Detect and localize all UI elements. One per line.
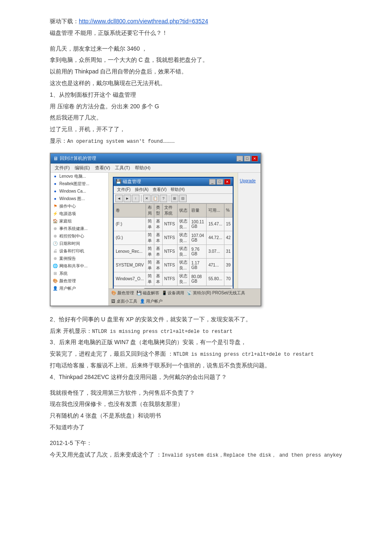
sidebar-item-cases[interactable]: ⊕ 案例报告 bbox=[51, 255, 108, 262]
inner-window-title: 💾 磁盘管理 bbox=[116, 178, 141, 185]
sidebar-item-network[interactable]: 🌐 网络和共享中... bbox=[51, 262, 108, 270]
toolbar-back-btn[interactable]: ◄ bbox=[115, 195, 123, 202]
disk-mgmt-inner-window: 💾 磁盘管理 _ □ ✕ 文件 bbox=[113, 177, 234, 289]
device-call-icon: 📱 bbox=[162, 291, 167, 295]
outer-menu-file[interactable]: 文件(F) bbox=[52, 164, 72, 171]
outer-window-title: 🖥 回到计算机的管理 bbox=[53, 155, 96, 161]
sidebar-item-color[interactable]: 🎨 颜色管理 bbox=[51, 277, 108, 285]
sidebar-item-homegroup[interactable]: 🏠 家庭组 bbox=[51, 218, 108, 225]
intro-line2: 拿到电脑，众所周知，一个大大的 C 盘，我就想着把盘分了。 bbox=[50, 55, 348, 65]
gadgets-icon: 🖼 bbox=[111, 299, 115, 303]
inner-win-controls[interactable]: _ □ ✕ bbox=[209, 179, 231, 185]
section4-intro: 今天又用光盘试了几次，后来变成这个了 ： bbox=[50, 451, 162, 458]
sidebar-item-datetime-label: 日期和时间 bbox=[59, 241, 80, 247]
sidebar-item-realtek[interactable]: ● Realtek图层管... bbox=[51, 180, 108, 188]
outer-menu-ops[interactable]: 查看(V) bbox=[93, 164, 113, 171]
toolbar-fwd-btn[interactable]: ► bbox=[124, 195, 131, 202]
sidebar-item-devices-label: 设备和打印机 bbox=[59, 248, 84, 254]
events-icon: ⊕ bbox=[52, 226, 58, 232]
sidebar-item-user[interactable]: 👤 用户帐户 bbox=[51, 285, 108, 292]
main-content-area: 💾 磁盘管理 _ □ ✕ 文件 bbox=[109, 173, 261, 289]
toolbar-collapse-btn[interactable]: ⊟ bbox=[179, 195, 187, 202]
sidebar-item-system[interactable]: ⊞ 系统 bbox=[51, 270, 108, 277]
disk-table-cell: Windows7_O... bbox=[114, 272, 146, 286]
sidebar-item-wind[interactable]: ● Windows 图... bbox=[51, 195, 108, 203]
bottom-desktop-gadgets[interactable]: 🖼 桌面小工具 bbox=[111, 298, 137, 304]
intro-error-msg: An operating system wasn't found………… bbox=[67, 139, 175, 144]
disk-table-cell: 42 bbox=[224, 231, 232, 244]
driver-download-line: 驱动下载：http://www.dcll800.com/viewthread.p… bbox=[50, 17, 348, 27]
sidebar-item-control[interactable]: ⊕ 程控控制中心 bbox=[51, 232, 108, 240]
color-mgmt-label: 颜色管理 bbox=[117, 291, 134, 295]
col-status: 状态 bbox=[178, 203, 190, 217]
bottom-user-accounts[interactable]: 👤 用户帐户 bbox=[140, 298, 163, 304]
gadgets-label: 桌面小工具 bbox=[117, 299, 137, 303]
disk-partition-table: 卷 布局 类型 文件系统 状态 容量 可用... % bbox=[114, 203, 233, 286]
disk-table-cell: NTFS bbox=[162, 244, 177, 258]
disk-table-cell: 状态良... bbox=[178, 272, 190, 286]
bottom-intel-proset[interactable]: 📡 英特尔(R) PROSet/无线工具 bbox=[187, 290, 245, 296]
inner-menu-file[interactable]: 文件(F) bbox=[115, 186, 133, 193]
inner-restore-btn[interactable]: □ bbox=[217, 179, 223, 185]
inner-menu-help[interactable]: 帮助(H) bbox=[168, 186, 187, 193]
inner-close-btn[interactable]: ✕ bbox=[224, 179, 231, 185]
section3-line2: 现在我也没用保修卡，也没有发票（在我朋友那里） bbox=[50, 399, 348, 409]
sidebar-item-devices[interactable]: 🖨 设备和打印机 bbox=[51, 247, 108, 255]
toolbar-up-btn[interactable]: ↑ bbox=[132, 195, 139, 202]
disk-table-row[interactable]: (F:)简单基本NTFS状态良...100.11 GB15.47...15 bbox=[114, 217, 233, 231]
outer-menu-view[interactable]: 编辑(E) bbox=[72, 164, 93, 171]
inner-menu-action[interactable]: 操作(A) bbox=[133, 186, 151, 193]
minimize-button[interactable]: _ bbox=[236, 156, 243, 161]
section2-line4-prefix: 安装完了，进程走完了，最后又回到这个界面 ： bbox=[50, 350, 173, 357]
intro-line1: 前几天，朋友拿过来一个戴尔 3460 ， bbox=[50, 44, 348, 54]
section2-line2: 后来 开机显示：NTLDR is missing press ctrl+alt+… bbox=[50, 326, 348, 336]
disk-table-cell: 471... bbox=[207, 258, 224, 272]
toolbar-properties-btn[interactable]: 📋 bbox=[151, 195, 159, 202]
col-fs: 文件系统 bbox=[162, 203, 177, 217]
disk-table-cell: 9.76 GB bbox=[190, 244, 207, 258]
inner-menu-view[interactable]: 查看(V) bbox=[151, 186, 168, 193]
outer-win-controls[interactable]: _ □ ✕ bbox=[236, 156, 258, 161]
toolbar-expand-btn[interactable]: ⊞ bbox=[171, 195, 178, 202]
sidebar-item-power[interactable]: ⚡ 电源选项 bbox=[51, 210, 108, 218]
disk-table-cell: 55.80... bbox=[207, 272, 224, 286]
sidebar-item-winc[interactable]: ● Windows Ca... bbox=[51, 188, 108, 195]
sidebar-item-action-center[interactable]: ⚑ 操作中心 bbox=[51, 203, 108, 210]
sidebar-item-datetime[interactable]: 🕐 日期和时间 bbox=[51, 240, 108, 247]
disk-table-row[interactable]: SYSTEM_DRV简单基本NTFS状态良...1.17 GB471...39 bbox=[114, 258, 233, 272]
bottom-disk-answer[interactable]: 💾 磁盘解答 bbox=[136, 290, 159, 296]
sidebar-item-events[interactable]: ⊕ 事件系统健康... bbox=[51, 225, 108, 232]
subtitle-line: 磁盘管理 不能用，正版系统还要它干什么？！ bbox=[50, 28, 348, 38]
sidebar-item-realtek-label: Realtek图层管... bbox=[59, 181, 89, 187]
close-button[interactable]: ✕ bbox=[251, 156, 258, 161]
col-free: 可用... bbox=[207, 203, 224, 217]
disk-table-row[interactable]: Windows7_O...简单基本NTFS状态良...80.08 GB55.80… bbox=[114, 272, 233, 286]
toolbar-delete-btn[interactable]: ✕ bbox=[143, 195, 151, 202]
sidebar-item-lenovo[interactable]: ● Lenovo 电脑... bbox=[51, 173, 108, 180]
wind-icon: ● bbox=[52, 196, 58, 202]
bottom-device-call[interactable]: 📱 设备调用 bbox=[162, 290, 185, 296]
col-volume: 卷 bbox=[114, 203, 146, 217]
intel-label: 英特尔(R) PROSet/无线工具 bbox=[193, 291, 245, 295]
outer-window-title-text: 回到计算机的管理 bbox=[60, 155, 96, 161]
disk-table-cell: SYSTEM_DRV bbox=[114, 258, 146, 272]
outer-menu-tools[interactable]: 工具(T) bbox=[112, 164, 132, 171]
inner-minimize-btn[interactable]: _ bbox=[209, 179, 216, 185]
color-icon: 🎨 bbox=[52, 278, 58, 284]
driver-download-link[interactable]: http://www.dcll800.com/viewthread.php?ti… bbox=[79, 18, 208, 24]
disk-table-cell: 基本 bbox=[154, 231, 162, 244]
disk-table-cell: 简单 bbox=[146, 231, 154, 244]
section2-line5: 打电话给客服，客服说不上班。后来终于联系到一个值班的，说售后不负责系统问题。 bbox=[50, 361, 348, 371]
maximize-button[interactable]: □ bbox=[244, 156, 251, 161]
disk-table-cell: 简单 bbox=[146, 258, 154, 272]
disk-table-cell: 1.17 GB bbox=[190, 258, 207, 272]
user-icon: 👤 bbox=[52, 286, 58, 291]
disk-table-cell: 107.04 GB bbox=[190, 231, 207, 244]
outer-menu-help[interactable]: 帮助(H) bbox=[132, 164, 153, 171]
disk-table-row[interactable]: Lenovo_Rec...简单基本NTFS状态良...9.76 GB3.07..… bbox=[114, 244, 233, 258]
toolbar-help-btn[interactable]: ? bbox=[160, 195, 167, 202]
disk-table-cell: 3.07... bbox=[207, 244, 224, 258]
disk-table-cell: 39 bbox=[224, 258, 232, 272]
bottom-color-mgmt[interactable]: 🎨 颜色管理 bbox=[111, 290, 134, 296]
disk-table-row[interactable]: (G:)简单基本NTFS状态良...107.04 GB44.72...42 bbox=[114, 231, 233, 244]
